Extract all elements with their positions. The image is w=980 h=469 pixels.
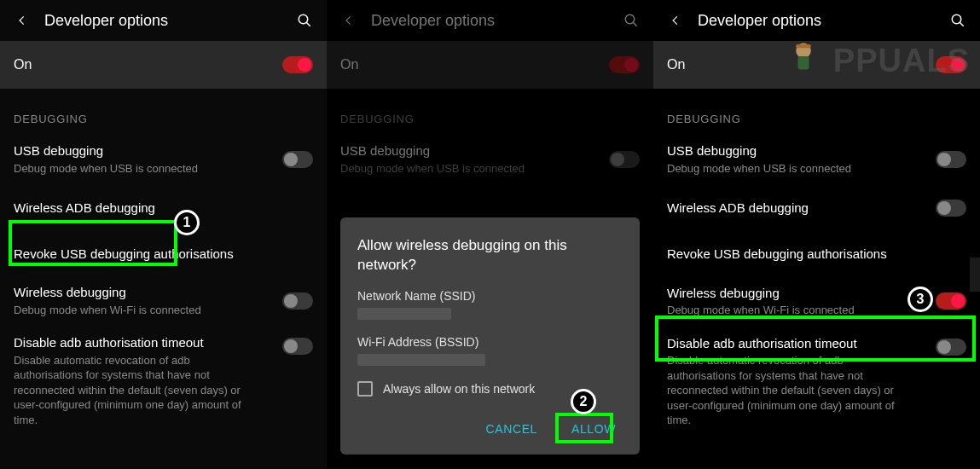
back-icon[interactable] <box>665 10 686 31</box>
item-title: Disable adb authorisation timeout <box>14 334 282 351</box>
ssid-label: Network Name (SSID) <box>357 289 623 303</box>
item-title: Revoke USB debugging authorisations <box>667 246 966 263</box>
item-title: Wireless debugging <box>667 285 936 302</box>
page-title: Developer options <box>44 12 294 30</box>
back-icon[interactable] <box>12 10 32 31</box>
usb-debugging-toggle[interactable] <box>282 151 313 168</box>
disable-adb-toggle[interactable] <box>282 338 313 355</box>
ssid-value-redacted <box>357 308 451 320</box>
header: Developer options <box>0 0 327 41</box>
allow-button[interactable]: ALLOW <box>565 417 623 441</box>
bssid-label: Wi-Fi Address (BSSID) <box>357 335 623 349</box>
badge-3: 3 <box>908 287 933 312</box>
item-title: USB debugging <box>667 142 936 159</box>
watermark-text: PPUALS <box>833 43 970 79</box>
badge-2: 2 <box>571 389 596 414</box>
item-usb-debugging[interactable]: USB debugging Debug mode when USB is con… <box>0 134 327 184</box>
item-title: Wireless debugging <box>14 284 282 301</box>
side-tab <box>970 258 980 292</box>
panel-2: Developer options On DEBUGGING USB debug… <box>327 0 653 469</box>
master-toggle-switch[interactable] <box>282 56 313 73</box>
wireless-debugging-toggle[interactable] <box>936 292 966 310</box>
section-debugging: DEBUGGING <box>0 89 327 134</box>
svg-point-4 <box>952 14 961 24</box>
svg-line-5 <box>960 22 964 26</box>
item-disable-adb-timeout[interactable]: Disable adb authorisation timeout Disabl… <box>0 326 327 436</box>
search-icon[interactable] <box>948 10 968 31</box>
item-sub: Debug mode when Wi-Fi is connected <box>667 303 936 318</box>
bssid-value-redacted <box>357 354 485 366</box>
master-toggle-label: On <box>14 57 32 72</box>
item-wireless-adb-debugging[interactable]: Wireless ADB debugging <box>653 184 980 232</box>
svg-rect-8 <box>796 44 811 48</box>
item-revoke-usb[interactable]: Revoke USB debugging authorisations <box>653 232 980 276</box>
cancel-button[interactable]: CANCEL <box>479 417 544 441</box>
always-allow-label: Always allow on this network <box>383 382 535 396</box>
badge-1: 1 <box>174 210 200 235</box>
item-disable-adb-timeout[interactable]: Disable adb authorisation timeout Disabl… <box>653 327 980 437</box>
dialog-title: Allow wireless debugging on this network… <box>357 236 623 275</box>
always-allow-checkbox[interactable] <box>357 381 373 397</box>
svg-rect-7 <box>797 56 809 69</box>
item-wireless-debugging[interactable]: Wireless debugging Debug mode when Wi-Fi… <box>0 275 327 326</box>
svg-line-1 <box>306 22 310 26</box>
item-usb-debugging[interactable]: USB debugging Debug mode when USB is con… <box>653 134 980 184</box>
wireless-adb-toggle[interactable] <box>936 200 966 217</box>
item-revoke-usb[interactable]: Revoke USB debugging authorisations <box>0 232 327 276</box>
wireless-debugging-dialog: Allow wireless debugging on this network… <box>340 217 640 455</box>
item-title: Revoke USB debugging authorisations <box>14 246 313 263</box>
item-wireless-adb-debugging[interactable]: Wireless ADB debugging <box>0 184 327 232</box>
svg-point-0 <box>299 14 308 24</box>
item-sub: Disable automatic revocation of adb auth… <box>14 353 282 428</box>
item-title: Disable adb authorisation timeout <box>667 335 936 352</box>
item-title: Wireless ADB debugging <box>667 200 936 217</box>
section-debugging: DEBUGGING <box>653 89 980 134</box>
usb-debugging-toggle[interactable] <box>936 151 966 168</box>
master-toggle-label: On <box>667 57 685 72</box>
item-title: Wireless ADB debugging <box>14 200 313 217</box>
item-sub: Debug mode when USB is connected <box>667 161 936 177</box>
search-icon[interactable] <box>294 10 315 31</box>
item-sub: Disable automatic revocation of adb auth… <box>667 353 936 428</box>
item-sub: Debug mode when Wi-Fi is connected <box>14 303 282 318</box>
panel-1: Developer options On DEBUGGING USB debug… <box>0 0 327 469</box>
item-title: USB debugging <box>14 142 282 159</box>
header: Developer options <box>653 0 980 41</box>
disable-adb-toggle[interactable] <box>936 339 966 356</box>
master-toggle-row[interactable]: On <box>0 41 327 89</box>
wireless-debugging-toggle[interactable] <box>282 292 313 310</box>
page-title: Developer options <box>698 12 948 30</box>
watermark-logo-icon <box>785 38 822 75</box>
item-sub: Debug mode when USB is connected <box>14 161 282 177</box>
